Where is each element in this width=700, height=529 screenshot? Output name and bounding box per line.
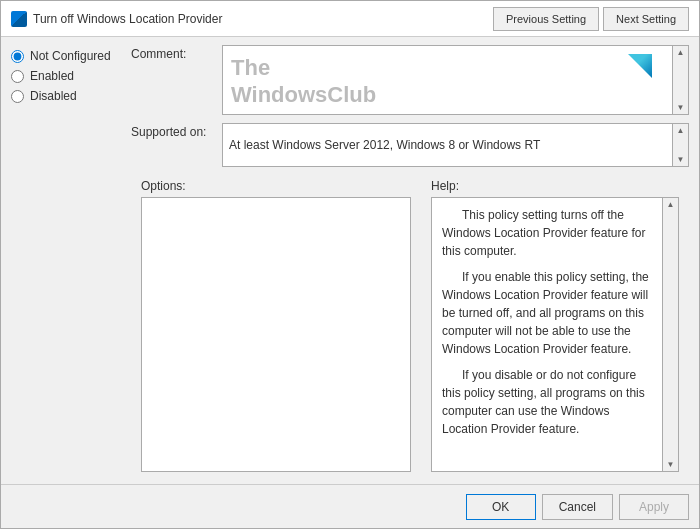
comment-row: Comment: TheWindowsClub ▲ ▼ (131, 45, 689, 115)
help-scroll-down[interactable]: ▼ (667, 460, 675, 469)
help-paragraph-2: If you enable this policy setting, the W… (442, 268, 652, 358)
nav-buttons: Previous Setting Next Setting (493, 7, 689, 31)
ok-button[interactable]: OK (466, 494, 536, 520)
comment-field-wrapper: TheWindowsClub ▲ ▼ (222, 45, 689, 115)
comment-label: Comment: (131, 45, 216, 61)
radio-not-configured-input[interactable] (11, 50, 24, 63)
supported-field-wrapper: At least Windows Server 2012, Windows 8 … (222, 123, 689, 167)
apply-button[interactable]: Apply (619, 494, 689, 520)
radio-disabled-label: Disabled (30, 89, 77, 103)
supported-scroll-up[interactable]: ▲ (677, 126, 685, 135)
help-paragraph-1: This policy setting turns off the Window… (442, 206, 652, 260)
help-scroll-up[interactable]: ▲ (667, 200, 675, 209)
options-label: Options: (141, 179, 411, 193)
radio-enabled[interactable]: Enabled (11, 69, 121, 83)
help-label: Help: (431, 179, 679, 193)
cancel-button[interactable]: Cancel (542, 494, 613, 520)
main-content: Not Configured Enabled Disabled Comment: (1, 37, 699, 484)
supported-label: Supported on: (131, 123, 216, 139)
help-text: This policy setting turns off the Window… (431, 197, 663, 472)
options-box (141, 197, 411, 472)
options-panel: Options: (131, 175, 421, 476)
radio-disabled[interactable]: Disabled (11, 89, 121, 103)
title-bar: Turn off Windows Location Provider Previ… (1, 1, 699, 37)
radio-enabled-label: Enabled (30, 69, 74, 83)
help-scrollbar[interactable]: ▲ ▼ (663, 197, 679, 472)
supported-value: At least Windows Server 2012, Windows 8 … (222, 123, 673, 167)
left-panel: Not Configured Enabled Disabled (1, 37, 131, 484)
comment-textarea[interactable] (223, 46, 672, 114)
supported-scroll-down[interactable]: ▼ (677, 155, 685, 164)
right-panel: Comment: TheWindowsClub ▲ ▼ Supported on… (131, 37, 699, 484)
comment-area: TheWindowsClub (222, 45, 673, 115)
options-help-section: Options: Help: This policy setting turns… (131, 175, 689, 476)
radio-group: Not Configured Enabled Disabled (11, 49, 121, 103)
radio-not-configured[interactable]: Not Configured (11, 49, 121, 63)
window-icon (11, 11, 27, 27)
radio-not-configured-label: Not Configured (30, 49, 111, 63)
supported-scrollbar[interactable]: ▲ ▼ (673, 123, 689, 167)
help-paragraph-3: If you disable or do not configure this … (442, 366, 652, 438)
scroll-down-arrow[interactable]: ▼ (677, 103, 685, 112)
previous-setting-button[interactable]: Previous Setting (493, 7, 599, 31)
help-box-wrapper: This policy setting turns off the Window… (431, 197, 679, 472)
window-title: Turn off Windows Location Provider (33, 12, 222, 26)
scroll-up-arrow[interactable]: ▲ (677, 48, 685, 57)
radio-disabled-input[interactable] (11, 90, 24, 103)
dialog-window: Turn off Windows Location Provider Previ… (0, 0, 700, 529)
footer: OK Cancel Apply (1, 484, 699, 528)
supported-row: Supported on: At least Windows Server 20… (131, 123, 689, 167)
help-panel: Help: This policy setting turns off the … (421, 175, 679, 476)
next-setting-button[interactable]: Next Setting (603, 7, 689, 31)
radio-enabled-input[interactable] (11, 70, 24, 83)
comment-scrollbar[interactable]: ▲ ▼ (673, 45, 689, 115)
